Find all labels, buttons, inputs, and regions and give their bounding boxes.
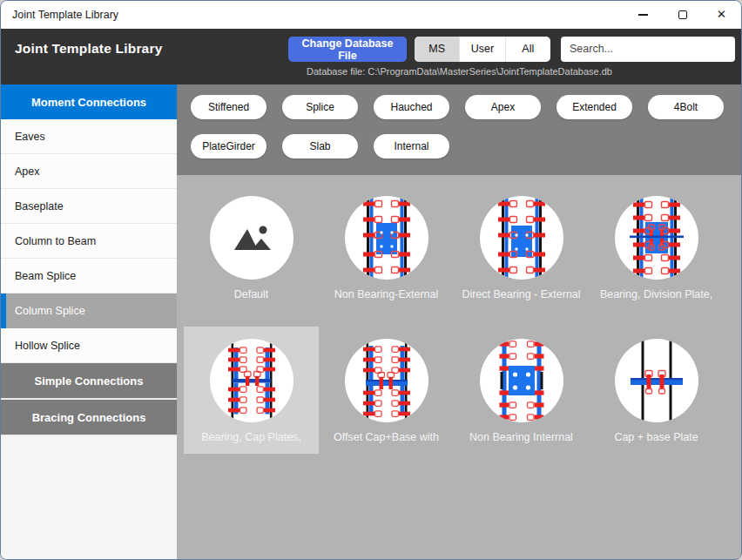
non-bearing-internal-splice-icon [491,339,552,422]
sidebar-group-moment-connections[interactable]: Moment Connections [1,84,177,119]
filter-pill-extended[interactable]: Extended [556,95,632,119]
window-title: Joint Template Library [1,9,118,21]
close-button[interactable]: ✕ [702,1,741,29]
template-label: Offset Cap+Base with [334,431,439,443]
template-tile-bearing-cap-plates[interactable]: Bearing, Cap Plates, [184,327,319,454]
body: Moment ConnectionsEavesApexBaseplateColu… [1,84,741,559]
filter-pill-splice[interactable]: Splice [282,95,358,119]
filter-pill-4bolt[interactable]: 4Bolt [648,95,724,119]
sidebar: Moment ConnectionsEavesApexBaseplateColu… [1,84,177,559]
maximize-icon [678,10,687,19]
filter-pill-apex[interactable]: Apex [465,95,541,119]
template-label: Bearing, Division Plate, [600,288,712,300]
minimize-button[interactable] [624,1,663,29]
cap-base-plate-icon [626,339,687,422]
sidebar-item-hollow-splice[interactable]: Hollow Splice [1,328,177,363]
bearing-cap-plates-splice-icon [221,339,282,422]
sidebar-item-beam-splice[interactable]: Beam Splice [1,259,177,293]
template-tile-direct-bearing-external[interactable]: Direct Bearing - External [454,184,589,311]
template-thumbnail [615,196,698,280]
database-file-path: Database file: C:\ProgramData\MasterSeri… [15,66,735,77]
template-tile-cap-base-plate[interactable]: Cap + base Plate [589,327,724,454]
template-tile-default[interactable]: Default [184,184,319,311]
sidebar-item-column-to-beam[interactable]: Column to Beam [1,224,177,259]
template-thumbnail [480,339,563,422]
template-thumbnail [480,196,563,280]
offset-cap-base-splice-icon [356,339,417,422]
maximize-button[interactable] [663,1,702,29]
filter-pill-internal[interactable]: Internal [374,134,449,159]
template-grid: Default Non Bearing-External Direct Bear… [177,175,741,559]
search-input[interactable] [561,37,735,62]
app-header: Joint Template Library Change Database F… [1,29,741,84]
sidebar-item-eaves[interactable]: Eaves [1,119,177,154]
template-thumbnail [210,196,293,280]
change-database-button[interactable]: Change Database File [288,37,407,62]
filter-pill-plategirder[interactable]: PlateGirder [191,134,266,159]
filter-pill-stiffened[interactable]: Stiffened [191,95,266,119]
template-label: Bearing, Cap Plates, [201,431,301,443]
sidebar-item-apex[interactable]: Apex [1,154,177,189]
sidebar-group-bracing-connections[interactable]: Bracing Connections [1,400,177,436]
template-label: Non Bearing Interrnal [469,431,573,443]
direct-bearing-external-splice-icon [491,196,552,280]
template-thumbnail [345,339,428,422]
template-thumbnail [210,339,293,422]
segment-user[interactable]: User [459,37,504,62]
filter-pills: StiffenedSpliceHauchedApexExtended4BoltP… [177,84,741,175]
sidebar-item-column-splice[interactable]: Column Splice [1,293,177,328]
image-placeholder-icon [221,196,282,280]
segment-all[interactable]: All [505,37,550,62]
page-title: Joint Template Library [15,41,162,57]
template-label: Non Bearing-External [334,288,439,300]
titlebar[interactable]: Joint Template Library ✕ [1,1,741,29]
template-thumbnail [615,339,698,422]
filter-pill-hauched[interactable]: Hauched [374,95,449,119]
template-tile-offset-cap-base-with[interactable]: Offset Cap+Base with [319,327,454,454]
bearing-division-plate-splice-icon [626,196,687,280]
close-icon: ✕ [717,9,726,21]
template-thumbnail [345,196,428,280]
sidebar-item-baseplate[interactable]: Baseplate [1,189,177,224]
minimize-icon [638,14,648,16]
filter-pill-slab[interactable]: Slab [282,134,358,159]
template-label: Default [234,288,269,300]
app-window: Joint Template Library ✕ Joint Template … [0,0,742,560]
header-toolbar: Joint Template Library Change Database F… [15,35,735,63]
template-tile-non-bearing-interrnal[interactable]: Non Bearing Interrnal [454,327,589,454]
template-label: Direct Bearing - External [462,288,580,300]
sidebar-group-simple-connections[interactable]: Simple Connections [1,363,177,400]
non-bearing-external-splice-icon [356,196,417,280]
source-filter-segmented-control: MSUserAll [415,37,550,62]
main-panel: StiffenedSpliceHauchedApexExtended4BoltP… [177,84,741,559]
segment-ms[interactable]: MS [415,37,459,62]
template-label: Cap + base Plate [614,431,698,443]
template-tile-non-bearing-external[interactable]: Non Bearing-External [319,184,454,311]
window-controls: ✕ [624,1,741,29]
template-tile-bearing-division-plate[interactable]: Bearing, Division Plate, [589,184,724,311]
